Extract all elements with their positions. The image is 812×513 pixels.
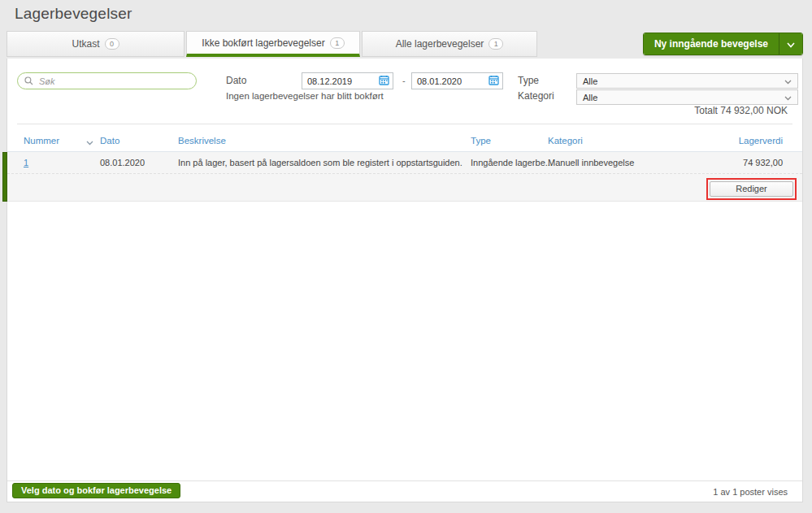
sort-chevron-icon[interactable] xyxy=(86,137,93,147)
chevron-down-icon xyxy=(787,37,795,51)
tab-alle-count-badge: 1 xyxy=(489,38,503,50)
type-filter-value: Alle xyxy=(583,76,597,86)
row-date: 08.01.2020 xyxy=(100,158,145,167)
column-header-beskrivelse[interactable]: Beskrivelse xyxy=(178,136,226,146)
column-header-nummer[interactable]: Nummer xyxy=(24,136,59,146)
date-filter-label: Dato xyxy=(226,75,246,86)
table-row[interactable]: 1 08.01.2020 Inn på lager, basert på lag… xyxy=(7,152,802,174)
page-title: Lagerbevegelser xyxy=(15,5,132,23)
tab-ikke-bokfort-lagerbevegelser[interactable]: Ikke bokført lagerbevegelser 1 xyxy=(186,31,360,57)
table-header-row: Nummer Dato Beskrivelse Type Kategori La… xyxy=(7,133,802,151)
row-action-area: Rediger xyxy=(7,174,802,202)
tab-utkast-count-badge: 0 xyxy=(105,38,119,50)
row-category: Manuell innbevegelse xyxy=(548,158,634,167)
row-description: Inn på lager, basert på lagersaldoen som… xyxy=(178,158,462,167)
date-from-field[interactable]: 08.12.2019 xyxy=(302,72,393,89)
new-movement-dropdown-toggle[interactable] xyxy=(779,33,802,54)
panel-footer: Velg dato og bokfør lagerbevegelse 1 av … xyxy=(7,480,802,502)
category-filter-label: Kategori xyxy=(518,90,554,102)
row-number-link[interactable]: 1 xyxy=(24,158,28,167)
tab-alle-label: Alle lagerbevegelser xyxy=(396,38,484,50)
edit-button[interactable]: Rediger xyxy=(710,181,793,197)
filter-divider xyxy=(17,124,792,124)
tab-utkast[interactable]: Utkast 0 xyxy=(7,31,185,57)
new-incoming-movement-button[interactable]: Ny inngående bevegelse xyxy=(644,33,779,54)
tab-alle-lagerbevegelser[interactable]: Alle lagerbevegelser 1 xyxy=(362,31,537,57)
type-filter-select[interactable]: Alle xyxy=(576,73,798,89)
tab-ikke-bokfort-label: Ikke bokført lagerbevegelser xyxy=(202,37,324,49)
total-value-text: Totalt 74 932,00 NOK xyxy=(694,105,788,116)
category-filter-select[interactable]: Alle xyxy=(576,89,798,105)
type-filter-label: Type xyxy=(518,75,539,86)
main-panel: Dato 08.12.2019 - 08.01.2020 Ingen lager… xyxy=(7,59,803,502)
tab-ikke-bokfort-count-badge: 1 xyxy=(330,37,345,49)
date-from-value: 08.12.2019 xyxy=(307,76,379,86)
post-movement-button[interactable]: Velg dato og bokfør lagerbevegelse xyxy=(12,483,180,498)
column-header-type[interactable]: Type xyxy=(471,136,491,146)
new-incoming-movement-split-button: Ny inngående bevegelse xyxy=(643,33,803,55)
movement-row-block: 1 08.01.2020 Inn på lager, basert på lag… xyxy=(7,152,802,202)
search-input[interactable] xyxy=(37,76,189,87)
date-to-value: 08.01.2020 xyxy=(417,76,489,86)
category-filter-value: Alle xyxy=(583,93,597,102)
row-stock-value: 74 932,00 xyxy=(743,158,783,167)
chevron-down-icon xyxy=(784,76,792,86)
pagination-status: 1 av 1 poster vises xyxy=(713,487,788,497)
search-box xyxy=(17,72,197,89)
column-header-lagerverdi[interactable]: Lagerverdi xyxy=(739,136,783,146)
calendar-icon[interactable] xyxy=(489,74,499,89)
annotation-highlight-box: Rediger xyxy=(706,178,797,200)
row-type: Inngående lagerbe... xyxy=(471,158,553,167)
date-to-field[interactable]: 08.01.2020 xyxy=(411,72,503,89)
no-posted-movements-note: Ingen lagerbevegelser har blitt bokført xyxy=(226,91,384,101)
calendar-icon[interactable] xyxy=(379,74,389,89)
column-header-dato[interactable]: Dato xyxy=(100,136,119,146)
column-header-kategori[interactable]: Kategori xyxy=(548,136,583,146)
chevron-down-icon xyxy=(784,93,792,102)
date-range-separator: - xyxy=(402,76,406,85)
search-icon xyxy=(24,74,33,89)
tab-utkast-label: Utkast xyxy=(72,38,99,50)
